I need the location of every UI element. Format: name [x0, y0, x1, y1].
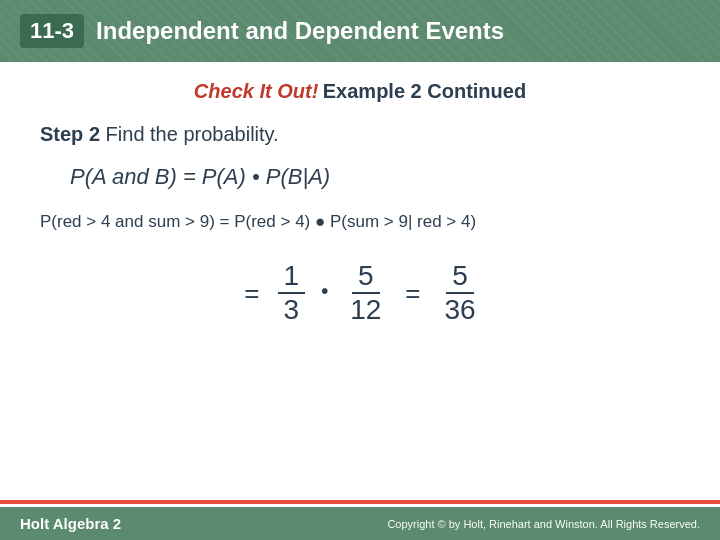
equals-sign-2: = — [405, 278, 420, 309]
fraction-2-numerator: 5 — [352, 260, 380, 294]
fraction-3-denominator: 36 — [438, 294, 481, 326]
step-label: Step 2 — [40, 123, 100, 145]
check-it-out-label: Check It Out! — [194, 80, 318, 102]
formula-line: P(A and B) = P(A) • P(B|A) — [70, 164, 680, 190]
footer-left: Holt Algebra 2 — [20, 515, 121, 532]
fraction-2-denominator: 12 — [344, 294, 387, 326]
header-title: Independent and Dependent Events — [96, 17, 504, 45]
fraction-3-numerator: 5 — [446, 260, 474, 294]
footer-right: Copyright © by Holt, Rinehart and Winsto… — [387, 518, 700, 530]
footer-bar — [0, 500, 720, 504]
step-line: Step 2 Find the probability. — [40, 123, 680, 146]
step-text: Find the probability. — [106, 123, 279, 145]
footer: Holt Algebra 2 Copyright © by Holt, Rine… — [0, 507, 720, 540]
main-content: Step 2 Find the probability. P(A and B) … — [0, 113, 720, 356]
fraction-1-denominator: 3 — [278, 294, 306, 326]
fraction-1-numerator: 1 — [278, 260, 306, 294]
fraction-3: 5 36 — [438, 260, 481, 326]
example-continued-label: Example 2 Continued — [323, 80, 526, 102]
bullet-dot: • — [321, 280, 328, 303]
equals-sign-1: = — [244, 278, 259, 309]
subheader: Check It Out! Example 2 Continued — [0, 62, 720, 113]
header: 11-3 Independent and Dependent Events — [0, 0, 720, 62]
lesson-badge: 11-3 — [20, 14, 84, 48]
fraction-1: 1 3 — [278, 260, 306, 326]
fraction-area: = 1 3 • 5 12 = 5 36 — [40, 260, 680, 326]
fraction-2: 5 12 — [344, 260, 387, 326]
prob-equation-line: P(red > 4 and sum > 9) = P(red > 4) ● P(… — [40, 212, 680, 232]
